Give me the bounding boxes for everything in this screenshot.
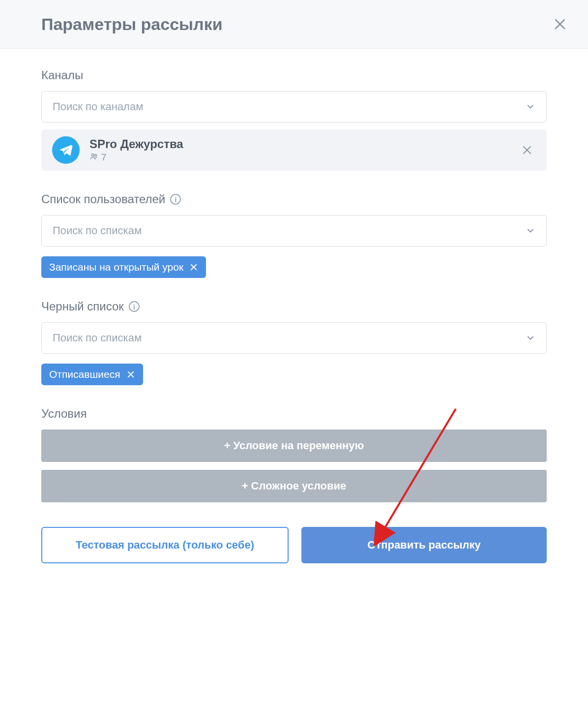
members-icon — [89, 152, 98, 163]
blacklist-label: Черный список i — [41, 300, 547, 313]
remove-channel-icon[interactable] — [518, 141, 536, 159]
blacklist-search-select[interactable]: Поиск по спискам — [41, 322, 547, 354]
remove-tag-icon[interactable] — [189, 263, 198, 272]
section-conditions: Условия + Условие на переменную + Сложно… — [41, 407, 547, 563]
userlist-tag: Записаны на открытый урок — [41, 256, 206, 278]
section-userlist: Список пользователей i Поиск по спискам … — [41, 192, 547, 278]
info-icon[interactable]: i — [170, 194, 181, 205]
blacklist-tag-label: Отписавшиеся — [49, 368, 120, 380]
selected-channel-chip: SPro Дежурства 7 — [41, 129, 547, 171]
channel-members-count: 7 — [101, 152, 107, 163]
conditions-label: Условия — [41, 407, 547, 421]
section-blacklist: Черный список i Поиск по спискам Отписав… — [41, 300, 547, 385]
channel-members: 7 — [89, 152, 183, 163]
remove-tag-icon[interactable] — [126, 370, 135, 379]
close-icon[interactable] — [550, 14, 570, 34]
userlist-label: Список пользователей i — [41, 192, 547, 206]
section-channels: Каналы Поиск по каналам SPro Дежурства — [41, 68, 547, 171]
userlist-tag-label: Записаны на открытый урок — [49, 261, 183, 273]
svg-point-2 — [91, 153, 94, 156]
channel-name: SPro Дежурства — [89, 137, 183, 151]
modal-header: Параметры рассылки — [0, 0, 588, 49]
send-broadcast-button[interactable]: Отправить рассылку — [301, 527, 547, 563]
svg-point-3 — [95, 154, 97, 156]
modal-body: Каналы Поиск по каналам SPro Дежурства — [0, 49, 588, 583]
userlist-placeholder: Поиск по спискам — [53, 224, 142, 237]
modal-title: Параметры рассылки — [41, 15, 223, 34]
broadcast-settings-modal: Параметры рассылки Каналы Поиск по канал… — [0, 0, 588, 583]
userlist-search-select[interactable]: Поиск по спискам — [41, 215, 547, 246]
chevron-down-icon — [526, 226, 535, 236]
footer-actions: Тестовая рассылка (только себе) Отправит… — [41, 527, 547, 563]
blacklist-tag: Отписавшиеся — [41, 364, 143, 385]
add-variable-condition-button[interactable]: + Условие на переменную — [41, 429, 547, 462]
chevron-down-icon — [526, 102, 535, 112]
channels-search-select[interactable]: Поиск по каналам — [41, 91, 547, 123]
channels-placeholder: Поиск по каналам — [53, 100, 143, 113]
channels-label: Каналы — [41, 68, 547, 82]
info-icon[interactable]: i — [129, 301, 140, 312]
add-complex-condition-button[interactable]: + Сложное условие — [41, 470, 547, 502]
telegram-icon — [52, 136, 80, 164]
test-broadcast-button[interactable]: Тестовая рассылка (только себе) — [41, 527, 289, 563]
blacklist-placeholder: Поиск по спискам — [53, 332, 142, 344]
chevron-down-icon — [526, 333, 535, 343]
